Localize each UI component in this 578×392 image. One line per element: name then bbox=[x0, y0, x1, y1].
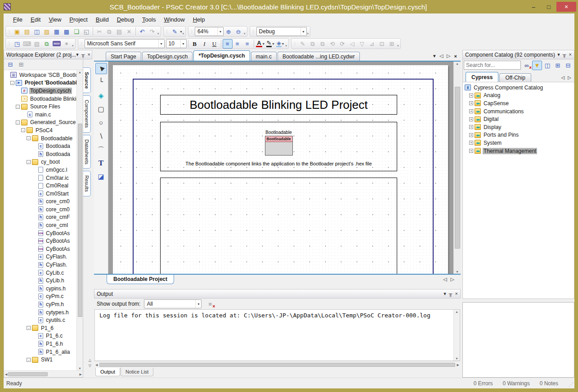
tree-item[interactable]: CyBootAs bbox=[4, 229, 76, 237]
scroll-thumb[interactable] bbox=[78, 124, 82, 317]
expander-icon[interactable]: - bbox=[27, 160, 31, 164]
output-hscrollbar[interactable]: ◀ ▶ bbox=[94, 361, 460, 368]
clear-output-icon[interactable]: ≡ bbox=[205, 299, 215, 309]
tree-item[interactable]: - SW1 bbox=[4, 356, 76, 364]
tree-item[interactable]: - Project 'Bootloadable bbox=[4, 79, 76, 87]
tree-item[interactable]: cyutils.c bbox=[4, 316, 76, 324]
toolbar-overflow-icon[interactable]: ▾ bbox=[286, 44, 287, 48]
scroll-up-icon[interactable]: △ bbox=[89, 358, 91, 362]
group-icon[interactable]: ⊡ bbox=[377, 39, 387, 49]
menu-item[interactable]: Debug bbox=[113, 14, 138, 25]
document-tab[interactable]: TopDesign.cysch bbox=[142, 52, 193, 61]
scroll-left-icon[interactable]: ◀ bbox=[95, 363, 98, 366]
tree-item[interactable]: - Source Files bbox=[4, 102, 76, 111]
tree-item[interactable]: CyFlash. bbox=[4, 253, 76, 261]
tree-item[interactable]: core_cmF bbox=[4, 214, 76, 222]
scroll-down-icon[interactable]: ▼ bbox=[455, 357, 458, 360]
menu-item[interactable]: View bbox=[45, 14, 65, 25]
menu-item[interactable]: Build bbox=[92, 14, 113, 25]
expander-icon[interactable]: + bbox=[469, 101, 473, 105]
tree-item[interactable]: Bootloada bbox=[4, 142, 76, 150]
tree-item[interactable]: cyPm.c bbox=[4, 293, 76, 301]
panel-menu-icon[interactable]: ▾ bbox=[76, 52, 79, 58]
tree-item[interactable]: - Generated_Source bbox=[4, 119, 76, 127]
schematic-title-box[interactable]: Bootloadable Blinking LED Project bbox=[160, 95, 397, 115]
catalog-category[interactable]: + Thermal Management bbox=[463, 147, 574, 155]
catalog-tab[interactable]: Off-Chip bbox=[499, 73, 531, 82]
close-button[interactable]: × bbox=[556, 2, 576, 12]
tree-item[interactable]: TopDesign.cysch bbox=[4, 87, 76, 95]
scroll-right-icon[interactable]: ▶ bbox=[457, 363, 459, 366]
send-backward-icon[interactable]: ⧉ bbox=[318, 39, 327, 49]
scroll-thumb[interactable] bbox=[455, 87, 460, 249]
cut-icon[interactable]: ✂ bbox=[94, 27, 104, 36]
minimize-button[interactable]: – bbox=[526, 2, 541, 12]
rectangle-tool-icon[interactable]: ▢ bbox=[95, 103, 107, 115]
delete-icon[interactable]: ✕ bbox=[124, 27, 134, 36]
datasheet-book-icon[interactable]: ◫ bbox=[542, 61, 552, 70]
output-filter-combo[interactable]: All ▾ bbox=[144, 299, 202, 308]
tree-item[interactable]: Cm0Iar.ic bbox=[4, 174, 76, 182]
tree-item[interactable]: CyLib.h bbox=[4, 276, 76, 285]
tree-item[interactable]: cytypes.h bbox=[4, 308, 76, 316]
expander-icon[interactable]: + bbox=[469, 109, 473, 113]
panel-tab[interactable]: Datasheets bbox=[83, 135, 91, 169]
menu-item[interactable]: Edit bbox=[27, 14, 45, 25]
align-right-icon[interactable]: ≡ bbox=[242, 39, 252, 49]
catalog-tab[interactable]: Cypress bbox=[466, 72, 498, 82]
catalog-category[interactable]: + CapSense bbox=[463, 99, 574, 107]
tree-item[interactable]: Bootloada bbox=[4, 150, 76, 158]
shear-icon[interactable]: ⊿ bbox=[367, 39, 377, 49]
print-icon[interactable]: ❏ bbox=[72, 27, 81, 36]
tree-item[interactable]: cypins.h bbox=[4, 285, 76, 293]
expander-icon[interactable]: + bbox=[469, 117, 473, 121]
program-device-icon[interactable]: 0010 bbox=[52, 39, 62, 49]
expander-icon[interactable]: + bbox=[469, 149, 473, 153]
tree-item[interactable]: CyLib.c bbox=[4, 269, 76, 277]
workspace-vscrollbar[interactable]: ▲ ▼ bbox=[76, 70, 83, 370]
expander-icon[interactable]: + bbox=[469, 133, 473, 137]
filter-icon[interactable]: ▼ bbox=[532, 61, 542, 70]
flip-horizontal-icon[interactable]: ◁ bbox=[347, 39, 357, 49]
output-tab[interactable]: Output bbox=[95, 368, 120, 376]
print-preview-icon[interactable]: ◱ bbox=[81, 27, 91, 36]
catalog-category[interactable]: + Ports and Pins bbox=[463, 131, 574, 139]
tree-item[interactable]: cm0gcc.l bbox=[4, 166, 76, 174]
rotate-right-icon[interactable]: ⟳ bbox=[337, 39, 347, 49]
tree-item[interactable]: CyFlash. bbox=[4, 261, 76, 269]
clear-search-icon[interactable]: ∞ bbox=[522, 61, 532, 70]
chevron-down-icon[interactable]: ▾ bbox=[180, 30, 182, 34]
tree-item[interactable]: CyBootAs bbox=[4, 245, 76, 253]
catalog-category[interactable]: + Digital bbox=[463, 115, 574, 123]
catalog-category[interactable]: + Analog bbox=[463, 92, 574, 100]
bold-icon[interactable]: B bbox=[190, 39, 200, 49]
panel-tab[interactable]: Components bbox=[83, 95, 91, 132]
tree-item[interactable]: - PSoC4 bbox=[4, 126, 76, 134]
catalog-category[interactable]: + System bbox=[463, 139, 574, 147]
sheet-tab[interactable]: Bootloadable Project bbox=[107, 275, 174, 284]
catalog-category[interactable]: + Display bbox=[463, 123, 574, 131]
scroll-left-icon[interactable]: ◀ bbox=[5, 373, 7, 376]
scroll-down-icon[interactable]: ▼ bbox=[78, 367, 81, 370]
tree-item[interactable]: P1_6_alia bbox=[4, 348, 76, 356]
tree-item[interactable]: Workspace 'SCB_Bootloader bbox=[4, 71, 76, 79]
toolbar-overflow-icon[interactable]: ▾ bbox=[183, 32, 184, 36]
output-tab[interactable]: Notice List bbox=[121, 368, 153, 376]
tree-item[interactable]: P1_6.c bbox=[4, 332, 76, 340]
arc-tool-icon[interactable]: ⌒ bbox=[95, 144, 107, 155]
toolbar-overflow-icon[interactable]: ▾ bbox=[244, 32, 246, 36]
scroll-up-icon[interactable]: ▲ bbox=[456, 62, 459, 65]
zoom-combo[interactable]: 64% ▾ bbox=[195, 27, 224, 36]
pin-icon[interactable]: ╥ bbox=[563, 52, 566, 58]
tree-item[interactable]: core_cmI bbox=[4, 221, 76, 229]
wire-tool-icon[interactable]: └ bbox=[95, 76, 107, 88]
text-tool-icon[interactable]: T bbox=[95, 157, 107, 169]
panel-menu-icon[interactable]: ▾ bbox=[557, 52, 560, 58]
tree-item[interactable]: Cm0Start bbox=[4, 190, 76, 198]
panel-close-icon[interactable]: × bbox=[569, 52, 572, 58]
scroll-thumb[interactable] bbox=[8, 372, 48, 376]
italic-icon[interactable]: I bbox=[200, 39, 210, 49]
document-tab[interactable]: Start Page bbox=[106, 52, 141, 61]
toolbar-overflow-icon[interactable]: ▾ bbox=[397, 44, 399, 48]
tab-scroll-left-icon[interactable]: ◁ bbox=[439, 53, 443, 59]
